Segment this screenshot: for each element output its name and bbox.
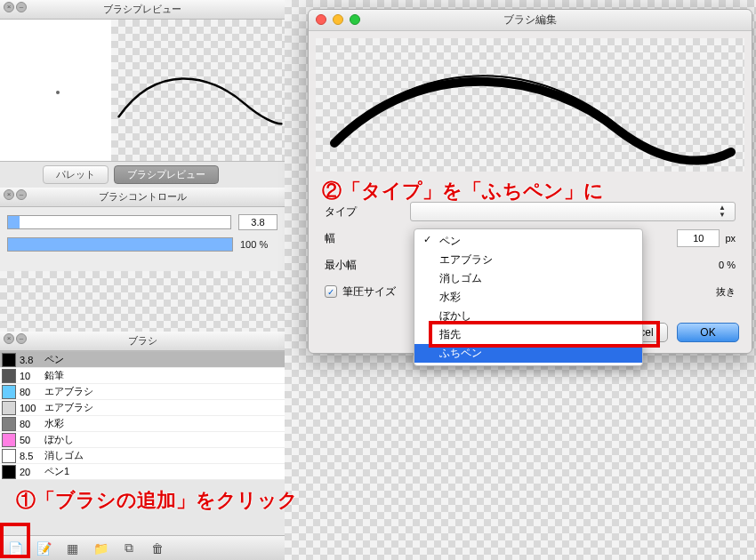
highlight-box-add-brush [0,523,30,558]
dialog-titlebar[interactable]: ブラシ編集 [309,10,752,31]
minwidth-value: 0 % [719,260,736,270]
texture-icon[interactable]: ▦ [64,540,80,556]
brush-row[interactable]: 80 エアブラシ [0,384,285,400]
brush-size: 3.8 [20,355,44,365]
pressure-label: 筆圧サイズ [342,284,396,300]
brush-swatch [2,417,16,431]
brush-row[interactable]: 8.5 消しゴム [0,448,285,464]
brush-swatch [2,385,16,399]
minimize-icon[interactable]: – [16,189,27,200]
close-icon[interactable] [316,14,326,25]
opacity-slider-row: 100 % [7,237,277,252]
dialog-title: ブラシ編集 [309,12,752,28]
brush-dab-preview [0,20,111,161]
brush-toolbar: 📄 📝 ▦ 📁 ⧉ 🗑 [0,535,285,560]
dropdown-item[interactable]: 消しゴム [414,269,642,288]
minimize-icon[interactable] [333,14,343,25]
size-slider-row: 3.8 [7,214,277,230]
brush-preview-area [0,20,285,162]
ok-button[interactable]: OK [677,323,739,342]
minwidth-label: 最小幅 [325,258,410,273]
brush-row[interactable]: 80 水彩 [0,416,285,432]
trailing-label: 抜き [716,285,736,299]
brush-name: ぼかし [44,433,74,446]
callout-1: ①「ブラシの追加」をクリック [16,487,298,514]
brush-size: 100 [20,403,44,413]
brush-stroke-preview [111,20,285,161]
brush-list-label: ブラシ [128,335,157,346]
brush-name: 鉛筆 [44,369,64,382]
brush-size: 80 [20,387,44,397]
brush-name: 消しゴム [44,449,84,462]
brush-name: 水彩 [44,417,64,430]
brush-size: 8.5 [20,451,44,461]
brush-row[interactable]: 100 エアブラシ [0,400,285,416]
brush-row[interactable]: 50 ぼかし [0,432,285,448]
copy-icon[interactable]: ⧉ [121,540,137,556]
pressure-checkbox[interactable]: ✓ [325,285,337,298]
dropdown-item[interactable]: ペン [414,232,642,251]
width-label: 幅 [325,231,410,246]
folder-icon[interactable]: 📁 [92,540,109,556]
brush-row[interactable]: 3.8 ペン [0,352,285,368]
brush-control-label: ブラシコントロール [99,191,187,202]
brush-swatch [2,353,16,367]
trash-icon[interactable]: 🗑 [149,540,165,556]
brush-swatch [2,433,16,447]
close-icon[interactable]: × [4,2,14,12]
brush-control-body: 3.8 100 % [0,207,285,271]
dialog-preview [316,38,744,172]
brush-list-title: ×– ブラシ [0,332,285,351]
brush-row[interactable]: 20 ペン1 [0,464,285,480]
tab-brush-preview[interactable]: ブラシプレビュー [114,165,219,184]
brush-size: 20 [20,467,44,477]
highlight-box-dropdown [429,321,660,348]
brush-swatch [2,449,16,463]
tab-strip: パレット ブラシプレビュー [0,162,285,188]
left-column: ×– ブラシプレビュー パレット ブラシプレビュー ×– ブラシコントロール 3… [0,0,285,560]
brush-name: エアブラシ [44,401,93,414]
brush-preview-label: ブラシプレビュー [103,4,181,14]
dropdown-item[interactable]: 水彩 [414,288,642,307]
minimize-icon[interactable]: – [16,333,27,344]
brush-control-title: ×– ブラシコントロール [0,188,285,207]
brush-preview-title: ×– ブラシプレビュー [0,0,285,20]
brush-name: ペン [44,353,64,366]
brush-row[interactable]: 10 鉛筆 [0,368,285,384]
brush-list: 3.8 ペン 10 鉛筆 80 エアブラシ 100 エアブラシ 80 水彩 50… [0,351,285,480]
width-field[interactable] [677,229,720,247]
callout-2: ②「タイプ」を「ふちペン」に [322,178,604,204]
brush-size: 80 [20,419,44,429]
spacer-checker [0,271,285,332]
width-unit: px [725,233,736,244]
brush-size: 50 [20,435,44,445]
brush-name: ペン1 [44,465,69,478]
brush-size: 10 [20,371,44,381]
duplicate-brush-icon[interactable]: 📝 [36,540,52,556]
brush-swatch [2,401,16,415]
minimize-icon[interactable]: – [16,2,27,12]
close-icon[interactable]: × [4,333,14,344]
brush-swatch [2,369,16,383]
close-icon[interactable]: × [4,189,14,200]
type-label: タイプ [325,204,410,220]
brush-name: エアブラシ [44,385,93,398]
tab-palette[interactable]: パレット [43,165,109,184]
opacity-slider[interactable] [7,237,233,252]
size-value[interactable]: 3.8 [238,214,277,230]
zoom-icon[interactable] [350,14,360,25]
size-slider[interactable] [7,215,231,229]
opacity-value: 100 % [240,239,277,250]
type-select[interactable]: ▲▼ [410,202,736,221]
dropdown-item[interactable]: エアブラシ [414,251,642,269]
brush-swatch [2,465,16,479]
